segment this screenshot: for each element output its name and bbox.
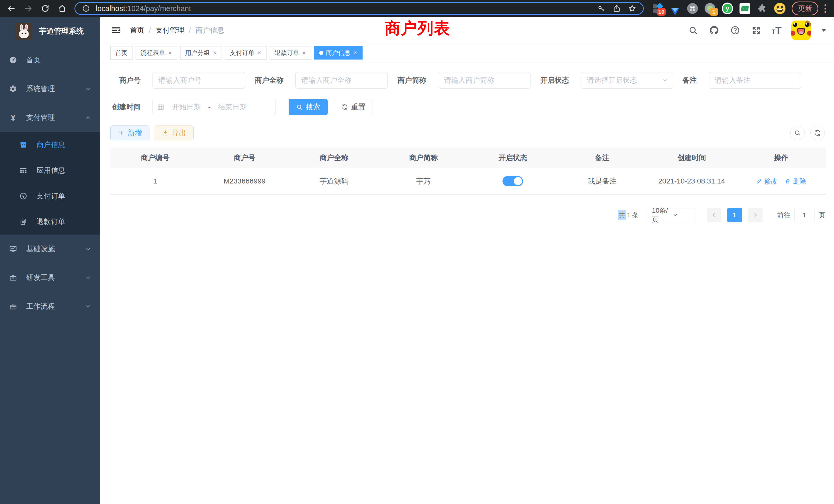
extension-tiles-icon[interactable]: 10: [652, 3, 663, 14]
breadcrumb-payment[interactable]: 支付管理: [156, 25, 184, 35]
remark-input[interactable]: [709, 72, 801, 89]
reload-icon[interactable]: [39, 2, 52, 15]
sidebar-toggle-icon[interactable]: [110, 25, 122, 36]
sidebar-item-pay-order[interactable]: ¥ 支付订单: [0, 183, 100, 209]
end-date-input[interactable]: [213, 102, 251, 111]
delete-label: 删除: [793, 177, 806, 186]
close-icon[interactable]: ×: [353, 49, 358, 56]
add-button[interactable]: 新增: [110, 125, 150, 140]
search-icon[interactable]: [687, 25, 699, 36]
sidebar-item-system[interactable]: 系统管理: [0, 74, 100, 103]
date-range-picker[interactable]: -: [153, 99, 276, 115]
extension-command-icon[interactable]: ⌘: [687, 3, 698, 14]
edit-link[interactable]: 修改: [756, 177, 777, 186]
tab-merchant-info[interactable]: 商户信息×: [314, 46, 363, 60]
filter-row-2: 创建时间 - 搜索 重置: [110, 99, 826, 115]
close-icon[interactable]: ×: [257, 49, 262, 56]
sidebar-item-home[interactable]: 首页: [0, 46, 100, 74]
avatar-caret-icon[interactable]: [821, 29, 826, 32]
delete-link[interactable]: 删除: [785, 177, 806, 186]
sidebar-logo[interactable]: 芋道管理系统: [0, 17, 100, 46]
font-size-icon[interactable]: TT: [772, 25, 782, 36]
bookmark-star-icon[interactable]: [627, 3, 638, 14]
red-annotation-title: 商户列表: [385, 18, 451, 39]
extension-kite-icon[interactable]: [670, 3, 681, 14]
password-key-icon[interactable]: [596, 3, 607, 14]
sidebar-item-workflow[interactable]: 工作流程: [0, 292, 100, 321]
close-icon[interactable]: ×: [212, 49, 217, 56]
forward-icon[interactable]: [22, 2, 35, 15]
goto-page-input[interactable]: [794, 208, 814, 222]
toggle-knob: [514, 177, 522, 185]
toggle-search-button[interactable]: [790, 126, 805, 140]
export-button[interactable]: 导出: [155, 125, 194, 140]
sidebar-item-label: 商户信息: [37, 140, 65, 150]
sidebar-item-refund-order[interactable]: 退款订单: [0, 209, 100, 234]
reset-button[interactable]: 重置: [334, 99, 373, 115]
tags-view-bar: 首页 流程表单× 用户分组× 支付订单× 退款订单× 商户信息×: [100, 44, 834, 62]
address-bar[interactable]: localhost:1024/pay/merchant: [74, 2, 644, 15]
sidebar-item-infrastructure[interactable]: 基础设施: [0, 234, 100, 263]
avatar[interactable]: [791, 21, 811, 40]
field-label: 商户号: [110, 75, 141, 85]
refresh-table-button[interactable]: [810, 126, 825, 140]
tab-user-group[interactable]: 用户分组×: [180, 46, 222, 60]
back-icon[interactable]: [5, 2, 18, 15]
extension-yudao-icon[interactable]: y: [722, 3, 733, 14]
next-page-button[interactable]: [748, 208, 763, 222]
tab-home[interactable]: 首页: [110, 46, 132, 60]
help-icon[interactable]: [729, 25, 741, 36]
close-icon[interactable]: ×: [168, 49, 172, 56]
status-toggle[interactable]: [503, 176, 523, 186]
edit-label: 修改: [764, 177, 777, 186]
extension-emoji-icon[interactable]: [774, 3, 786, 14]
refresh-icon: [814, 129, 821, 137]
github-icon[interactable]: [708, 25, 720, 36]
tab-label: 流程表单: [140, 49, 165, 57]
sidebar-item-payment[interactable]: ¥ 支付管理: [0, 103, 100, 132]
monitor-chart-icon: [9, 245, 18, 253]
merchant-no-input[interactable]: [153, 72, 245, 89]
share-icon[interactable]: [611, 3, 622, 14]
chevron-left-icon: [710, 212, 717, 219]
breadcrumb-home[interactable]: 首页: [130, 25, 144, 35]
full-name-input[interactable]: [295, 72, 388, 89]
prev-page-button[interactable]: [707, 208, 721, 222]
page-unit: 页: [818, 211, 825, 220]
tab-process-form[interactable]: 流程表单×: [136, 46, 177, 60]
browser-menu-icon[interactable]: [821, 4, 829, 13]
sidebar-item-devtools[interactable]: 研发工具: [0, 263, 100, 292]
column-header: 商户号: [200, 153, 289, 163]
filter-full-name: 商户全称: [253, 72, 388, 89]
site-info-icon[interactable]: [80, 3, 92, 14]
home-icon[interactable]: [56, 2, 69, 15]
short-name-input[interactable]: [438, 72, 530, 89]
active-dot: [319, 51, 323, 55]
page-content: 商户号 商户全称 商户简称 开启状态 请选择开启状态: [100, 62, 834, 504]
main-area: 首页 / 支付管理 / 商户信息 商户列表: [100, 17, 834, 504]
tab-pay-order[interactable]: 支付订单×: [225, 46, 266, 60]
sidebar-item-app-info[interactable]: 应用信息: [0, 158, 100, 183]
extension-camera-icon[interactable]: 1: [704, 3, 716, 14]
breadcrumb-separator: /: [149, 26, 151, 35]
yen-icon: ¥: [9, 113, 18, 122]
tab-refund-order[interactable]: 退款订单×: [270, 46, 311, 60]
extensions-puzzle-icon[interactable]: [757, 3, 768, 14]
sidebar-item-merchant-info[interactable]: 商户信息: [0, 132, 100, 158]
page-size-select[interactable]: 10条/页: [646, 208, 696, 222]
table-row: 1 M233666999 芋道源码 芋艿 我是备注 2021-10-23 08:…: [110, 168, 826, 194]
search-button[interactable]: 搜索: [289, 99, 328, 115]
status-select[interactable]: 请选择开启状态: [581, 72, 673, 89]
start-date-input[interactable]: [167, 102, 206, 111]
current-page-button[interactable]: 1: [727, 208, 742, 222]
browser-update-button[interactable]: 更新: [792, 2, 818, 16]
fullscreen-icon[interactable]: [750, 25, 762, 36]
extension-chat-icon[interactable]: [739, 3, 750, 14]
reset-button-label: 重置: [351, 102, 366, 112]
search-icon: [296, 104, 303, 110]
close-icon[interactable]: ×: [302, 49, 306, 56]
navbar-actions: TT: [687, 21, 826, 40]
search-icon: [794, 129, 801, 137]
url-text: localhost:1024/pay/merchant: [96, 4, 191, 13]
extension-badge: 1: [709, 8, 718, 16]
